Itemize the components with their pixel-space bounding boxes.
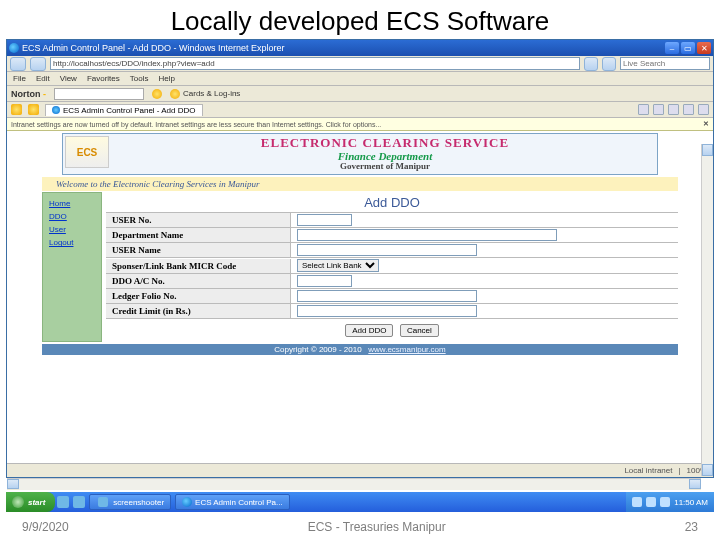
minimize-button[interactable]: – — [665, 42, 679, 54]
menu-tools[interactable]: Tools — [130, 74, 149, 83]
cancel-button[interactable]: Cancel — [400, 324, 439, 337]
windows-logo-icon — [12, 496, 24, 508]
refresh-button[interactable] — [584, 57, 598, 71]
favorites-icon[interactable] — [11, 104, 22, 115]
scroll-up-icon[interactable] — [702, 144, 713, 156]
ie-icon — [182, 497, 192, 507]
add-ddo-button[interactable]: Add DDO — [345, 324, 393, 337]
page-content: ECS ELECTRONIC CLEARING SERVICE Finance … — [7, 133, 713, 463]
input-user-name[interactable] — [297, 244, 477, 256]
nav-home[interactable]: Home — [45, 197, 99, 210]
norton-search-input[interactable] — [54, 88, 144, 100]
tray-icon[interactable] — [632, 497, 642, 507]
copyright-link[interactable]: www.ecsmanipur.com — [368, 345, 445, 354]
norton-cards-button[interactable]: Cards & Log-ins — [170, 89, 240, 99]
scroll-down-icon[interactable] — [702, 464, 713, 476]
stop-button[interactable] — [602, 57, 616, 71]
infobar-text: Intranet settings are now turned off by … — [11, 121, 381, 128]
back-button[interactable] — [10, 57, 26, 71]
scroll-left-icon[interactable] — [7, 479, 19, 489]
footer-date: 9/9/2020 — [22, 520, 69, 534]
forward-button[interactable] — [30, 57, 46, 71]
nav-logout[interactable]: Logout — [45, 236, 99, 249]
addfav-icon[interactable] — [28, 104, 39, 115]
windows-taskbar: start screenshooter ECS Admin Control Pa… — [6, 492, 714, 512]
tab-label: ECS Admin Control Panel - Add DDO — [63, 106, 196, 115]
tray-clock: 11:50 AM — [674, 498, 708, 507]
select-link-bank[interactable]: Select Link Bank — [297, 259, 379, 272]
label-user-no: USER No. — [106, 213, 291, 227]
scroll-right-icon[interactable] — [689, 479, 701, 489]
feeds-icon[interactable] — [653, 104, 664, 115]
banner: ECS ELECTRONIC CLEARING SERVICE Finance … — [62, 133, 658, 175]
search-input[interactable] — [620, 57, 710, 70]
ie-icon — [9, 43, 19, 53]
tabs-bar: ECS Admin Control Panel - Add DDO — [7, 102, 713, 118]
scroll-track[interactable] — [702, 156, 713, 464]
label-ledger: Ledger Folio No. — [106, 289, 291, 303]
navigation-bar — [7, 56, 713, 72]
close-button[interactable]: ✕ — [697, 42, 711, 54]
menu-file[interactable]: File — [13, 74, 26, 83]
label-credit: Credit Limit (in Rs.) — [106, 304, 291, 318]
menu-view[interactable]: View — [60, 74, 77, 83]
label-ddo-ac: DDO A/C No. — [106, 274, 291, 288]
form-title: Add DDO — [106, 192, 678, 213]
tray-icon[interactable] — [660, 497, 670, 507]
form-panel: Add DDO USER No. Department Name USER Na… — [106, 192, 678, 342]
nav-ddo[interactable]: DDO — [45, 210, 99, 223]
copyright-strip: Copyright © 2009 - 2010 www.ecsmanipur.c… — [42, 344, 678, 355]
information-bar[interactable]: Intranet settings are now turned off by … — [7, 118, 713, 131]
browser-tab[interactable]: ECS Admin Control Panel - Add DDO — [45, 104, 203, 116]
menu-favorites[interactable]: Favorites — [87, 74, 120, 83]
maximize-button[interactable]: ▭ — [681, 42, 695, 54]
start-button[interactable]: start — [6, 492, 55, 512]
slide-title: Locally developed ECS Software — [0, 0, 720, 39]
print-icon[interactable] — [668, 104, 679, 115]
address-input[interactable] — [50, 57, 580, 70]
label-dept-name: Department Name — [106, 228, 291, 242]
banner-heading-3: Goverment of Manipur — [115, 162, 655, 172]
home-icon[interactable] — [638, 104, 649, 115]
app-icon — [98, 497, 108, 507]
taskbar-item-screenshooter[interactable]: screenshooter — [89, 494, 171, 510]
ie-status-bar: Local intranet | 100% — [7, 463, 713, 477]
norton-chip-label: Cards & Log-ins — [183, 89, 240, 98]
system-tray: 11:50 AM — [626, 492, 714, 512]
footer-center: ECS - Treasuries Manipur — [308, 520, 446, 534]
page-menu-icon[interactable] — [683, 104, 694, 115]
banner-heading-1: ELECTRONIC CLEARING SERVICE — [115, 136, 655, 150]
quicklaunch-icon[interactable] — [57, 496, 69, 508]
input-dept-name[interactable] — [297, 229, 557, 241]
welcome-strip: Welcome to the Electronic Clearing Servi… — [42, 177, 678, 191]
tray-icon[interactable] — [646, 497, 656, 507]
window-titlebar: ECS Admin Control Panel - Add DDO - Wind… — [7, 40, 713, 56]
menu-edit[interactable]: Edit — [36, 74, 50, 83]
label-user-name: USER Name — [106, 243, 291, 257]
banner-logo: ECS — [65, 136, 109, 168]
input-user-no[interactable] — [297, 214, 352, 226]
taskbar-item-ie[interactable]: ECS Admin Control Pa... — [175, 494, 290, 510]
norton-toolbar: Norton - Cards & Log-ins — [7, 86, 713, 102]
infobar-close-icon[interactable]: ✕ — [703, 120, 709, 128]
nav-user[interactable]: User — [45, 223, 99, 236]
window-title: ECS Admin Control Panel - Add DDO - Wind… — [22, 43, 285, 53]
side-nav: Home DDO User Logout — [42, 192, 102, 342]
quicklaunch-icon[interactable] — [73, 496, 85, 508]
menu-help[interactable]: Help — [158, 74, 174, 83]
tools-menu-icon[interactable] — [698, 104, 709, 115]
slide-footer: 9/9/2020 ECS - Treasuries Manipur 23 — [0, 514, 720, 540]
input-ddo-ac[interactable] — [297, 275, 352, 287]
scroll-h-track[interactable] — [19, 479, 689, 490]
norton-logo: Norton - — [11, 89, 46, 99]
tab-favicon-icon — [52, 106, 60, 114]
menu-bar: File Edit View Favorites Tools Help — [7, 72, 713, 86]
norton-search-icon[interactable] — [152, 89, 162, 99]
input-ledger[interactable] — [297, 290, 477, 302]
vertical-scrollbar[interactable] — [701, 144, 713, 476]
status-zone: Local intranet — [624, 466, 672, 475]
horizontal-scrollbar[interactable] — [7, 478, 701, 490]
label-bank: Sponser/Link Bank MICR Code — [106, 259, 291, 273]
input-credit[interactable] — [297, 305, 477, 317]
footer-page-number: 23 — [685, 520, 698, 534]
